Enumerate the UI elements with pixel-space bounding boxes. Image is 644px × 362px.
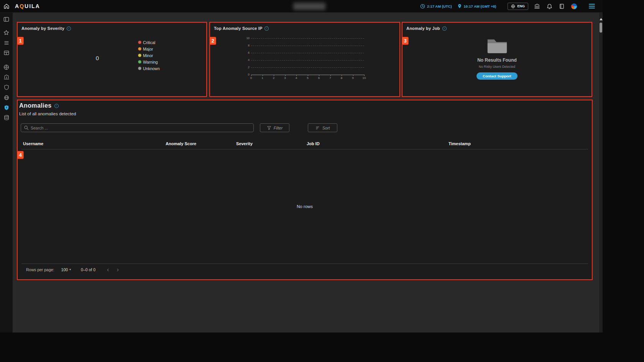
scrollbar-thumb[interactable] [600,23,602,33]
table-icon [3,50,10,56]
table-toolbar: Filter Sort [18,123,592,133]
filter-funnel-icon [267,126,271,130]
menu-button[interactable] [589,4,595,8]
severity-total-count: 0 [92,55,103,61]
anomaly-by-severity-card: Anomaly by Severity i 0 CriticalMajorMin… [17,22,207,97]
sidebar-item-bank[interactable] [0,72,13,82]
x-tick-mark [342,75,342,76]
gridline [251,53,364,53]
x-tick-label: 4 [293,76,299,80]
home-icon [3,3,10,9]
location-pin-icon [457,3,462,9]
search-box [21,123,254,132]
y-tick-label: 2 [244,66,250,69]
info-icon[interactable]: i [264,26,269,31]
logo-letter: A [15,3,20,9]
sidebar-item-network[interactable] [0,93,13,103]
sidebar [0,13,13,333]
column-header-timestamp[interactable]: Timestamp [449,141,471,146]
legend-label: Unknown [143,66,160,71]
redacted-blur [293,3,325,10]
sidebar-item-database[interactable] [0,113,13,123]
anomalies-panel: Anomalies i List of all anomalies detect… [17,100,593,280]
legend-dot [138,41,141,44]
home-button[interactable] [0,0,13,13]
legend-label: Critical [143,40,155,45]
sidebar-item-tables[interactable] [0,48,13,58]
table-empty-message: No rows [21,149,588,264]
page-title: Anomalies [19,102,52,109]
scrollbar[interactable] [599,13,603,333]
sort-button[interactable]: Sort [308,123,337,132]
shield-icon [3,84,10,90]
docs-button[interactable] [558,3,565,10]
column-header-anomaly-score[interactable]: Anomaly Score [166,141,196,146]
database-icon [3,115,10,121]
logo-letters: UILA [25,3,40,9]
column-header-username[interactable]: Username [23,141,43,146]
legend-dot [138,47,141,51]
organization-button[interactable] [534,3,540,10]
pagination-controls: ‹ › [107,267,119,273]
empty-folder-icon [486,36,508,54]
layout-panel-icon [3,16,10,23]
legend-dot [138,54,141,57]
empty-state-subtitle: No Risky Users Detected [479,65,515,69]
contact-support-button[interactable]: Contact Support [476,72,517,80]
legend-label: Minor [143,53,153,58]
sidebar-item-list[interactable] [0,38,13,48]
legend-item: Unknown [138,65,160,72]
rows-per-page-label: Rows per page: [26,267,54,272]
rows-per-page-select[interactable]: 100 ▾ [61,267,71,272]
anomalies-table: Username Anomaly Score Severity Job ID T… [21,138,588,275]
legend-item: Warning [138,59,160,65]
filter-button[interactable]: Filter [260,123,289,132]
info-icon[interactable]: i [54,104,59,108]
help-button[interactable] [570,3,577,10]
filter-label: Filter [274,126,283,130]
notifications-button[interactable] [546,3,553,10]
previous-page-button[interactable]: ‹ [107,267,109,273]
sidebar-item-wheel[interactable] [0,62,13,72]
sidebar-item-layout[interactable] [0,14,13,24]
utc-time: 2:17 AM (UTC) [420,4,452,9]
sidebar-item-favorites[interactable] [0,28,13,38]
y-tick-label: 10 [244,36,250,40]
pagination-range: 0–0 of 0 [81,267,95,272]
topbar: AQUILA 2:17 AM (UTC) 10:17 AM (GMT +8) [0,0,603,13]
language-label: ENG [517,4,525,8]
severity-legend: CriticalMajorMinorWarningUnknown [138,39,160,72]
topbar-actions: 2:17 AM (UTC) 10:17 AM (GMT +8) ENG [420,3,603,10]
sort-label: Sort [322,126,330,130]
legend-item: Critical [138,39,160,46]
card-title: Anomaly by Severity [21,26,64,31]
legend-dot [138,60,141,64]
source-ip-chart: 0246810012345678910 [251,38,364,75]
search-icon [24,125,29,130]
job-empty-state: No Results Found No Risky Users Detected… [402,23,591,96]
sidebar-item-security[interactable] [0,82,13,92]
gridline [251,46,364,46]
column-header-job-id[interactable]: Job ID [307,141,320,146]
clock-icon [420,4,425,9]
x-tick-label: 5 [305,76,311,80]
app-logo: AQUILA [15,3,40,9]
legend-item: Minor [138,52,160,59]
x-tick-mark [296,75,297,76]
scroll-up-arrow-icon[interactable] [600,18,603,20]
x-tick-mark [308,75,308,76]
sidebar-item-anomalies-active[interactable] [0,103,13,113]
sort-icon [315,126,320,130]
x-tick-label: 2 [271,76,277,80]
local-time-label: 10:17 AM (GMT +8) [464,4,496,8]
language-selector[interactable]: ENG [508,3,528,10]
y-tick-label: 8 [244,44,250,47]
wheel-icon [3,64,10,70]
search-input[interactable] [31,126,251,130]
globe-icon [511,4,515,8]
info-icon[interactable]: i [67,26,71,31]
next-page-button[interactable]: › [117,267,118,273]
bank-icon [3,74,10,80]
column-header-severity[interactable]: Severity [236,141,253,146]
hamburger-icon [589,4,595,5]
